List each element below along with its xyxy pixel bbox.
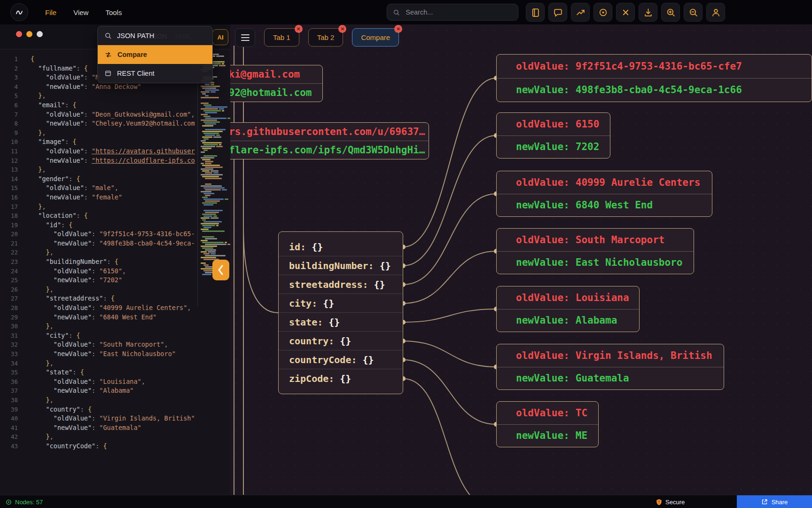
window-maximize-dot[interactable]	[37, 31, 43, 37]
key-value: {}	[340, 373, 351, 384]
code-line[interactable]: 16 "newValue": "female"	[0, 193, 195, 202]
code-line[interactable]: 38 },	[0, 396, 195, 405]
window-close-dot[interactable]	[16, 31, 22, 37]
node-country-values[interactable]: oldValue:Virgin Islands, British newValu…	[496, 344, 724, 390]
node-state-values[interactable]: oldValue:Louisiana newValue:Alabama	[496, 286, 640, 332]
code-line[interactable]: 23 "buildingNumber": {	[0, 257, 195, 267]
code-line[interactable]: 12 "newValue": "https://cloudflare-ipfs.…	[0, 156, 195, 166]
code-line[interactable]: 25 "newValue": "7202"	[0, 276, 195, 285]
minimap-divider	[197, 53, 198, 307]
code-line[interactable]: 30 },	[0, 322, 195, 331]
download-button[interactable]	[639, 3, 657, 22]
zoom-in-button[interactable]	[661, 3, 680, 22]
new-value: 498fe3b8-cba0-4c54-9eca-1c66	[576, 84, 742, 95]
code-line[interactable]: 22 },	[0, 248, 195, 257]
code-line[interactable]: 7 "oldValue": "Deon_Gutkowski@gmail.com"…	[0, 110, 195, 119]
tab-close-icon[interactable]	[394, 25, 402, 33]
node-city-values[interactable]: oldValue:South Marcoport newValue:East N…	[496, 228, 694, 274]
code-line[interactable]: 8 "newValue": "Chelsey.Veum92@hotmail.co…	[0, 119, 195, 128]
code-line[interactable]: 15 "oldValue": "male",	[0, 183, 195, 193]
tab-2[interactable]: Tab 2	[308, 28, 344, 47]
line-number: 1	[0, 55, 18, 64]
record-button[interactable]	[593, 3, 612, 22]
old-value-row: oldValue:Virgin Islands, British	[497, 344, 724, 367]
code-line[interactable]: 36 "oldValue": "Louisiana",	[0, 377, 195, 387]
code-line[interactable]: 11 "oldValue": "https://avatars.githubus…	[0, 147, 195, 156]
share-button[interactable]: Share	[737, 495, 812, 508]
document-tabs: Tab 1 Tab 2 Compare	[235, 28, 399, 47]
code-line[interactable]: 31 "city": {	[0, 331, 195, 341]
code-line[interactable]: 32 "oldValue": "South Marcoport",	[0, 340, 195, 349]
menu-tools[interactable]: Tools	[105, 8, 122, 16]
code-line[interactable]: 9 },	[0, 128, 195, 138]
node-email[interactable]: oldValue:Deon_Gutkowski@gmail.com newVal…	[230, 65, 323, 102]
zoom-in-icon	[666, 8, 676, 17]
window-minimize-dot[interactable]	[26, 31, 32, 37]
line-number: 37	[0, 386, 18, 396]
code-line[interactable]: 26 },	[0, 285, 195, 294]
code-line[interactable]: 28 "oldValue": "40999 Aurelie Centers",	[0, 303, 195, 313]
account-button[interactable]	[706, 3, 725, 22]
code-line[interactable]: 18 "location": {	[0, 211, 195, 221]
close-button[interactable]	[616, 3, 635, 22]
node-id-values[interactable]: oldValue:9f2f51c4-9753-4316-bc65-cfe7 ne…	[496, 54, 812, 102]
code-line[interactable]: 40 "oldValue": "Virgin Islands, British"…	[0, 414, 195, 423]
tab-close-icon[interactable]	[338, 25, 346, 33]
ai-assistant-button[interactable]: AI	[212, 29, 228, 45]
code-line[interactable]: 10 "image": {	[0, 137, 195, 147]
code-line[interactable]: 4 "newValue": "Anna Deckow"	[0, 82, 195, 92]
status-bar: Nodes: 57 Secure Share	[0, 495, 812, 508]
tab-compare[interactable]: Compare	[352, 28, 399, 47]
app-logo[interactable]	[10, 3, 28, 21]
code-line[interactable]: 20 "oldValue": "9f2f51c4-9753-4316-bc65-…	[0, 230, 195, 239]
code-line[interactable]: 35 "state": {	[0, 368, 195, 377]
code-line[interactable]: 27 "streetaddress": {	[0, 294, 195, 303]
search-input[interactable]	[405, 8, 512, 16]
code-line[interactable]: 24 "oldValue": "6150",	[0, 267, 195, 276]
line-number: 13	[0, 165, 18, 175]
node-image[interactable]: oldValue:https://avatars.githubuserconte…	[230, 122, 429, 159]
tab-label: Compare	[361, 33, 390, 41]
code-line[interactable]: 19 "id": {	[0, 221, 195, 230]
code-line[interactable]: 42 },	[0, 432, 195, 442]
collapse-panel-handle[interactable]	[212, 260, 229, 280]
window-controls	[16, 31, 43, 37]
code-line[interactable]: 33 "newValue": "East Nicholausboro"	[0, 349, 195, 359]
feedback-button[interactable]	[548, 3, 567, 22]
graph-canvas[interactable]: Tab 1 Tab 2 Compare oldValue:Deon_Gutkow…	[230, 24, 812, 495]
code-line[interactable]: 29 "newValue": "6840 West End"	[0, 313, 195, 322]
tab-1[interactable]: Tab 1	[264, 28, 299, 47]
new-value: 7202	[576, 141, 600, 152]
node-streetaddress-values[interactable]: oldValue:40999 Aurelie Centers newValue:…	[496, 171, 712, 217]
menu-item-rest-client[interactable]: REST Client	[98, 64, 212, 83]
editor-minimap[interactable]	[201, 54, 229, 276]
menu-item-compare[interactable]: Compare	[98, 45, 212, 64]
node-location-keys[interactable]: id:{} buildingNumber:{} streetaddress:{}…	[278, 231, 403, 394]
tab-close-icon[interactable]	[295, 25, 303, 33]
code-editor[interactable]: 1{2 "fullname": {3 "oldValue": "M4 "newV…	[0, 49, 195, 475]
code-line[interactable]: 43 "countryCode": {	[0, 442, 195, 451]
zoom-out-button[interactable]	[684, 3, 703, 22]
new-label: newValue:	[516, 315, 570, 326]
notebook-button[interactable]	[526, 3, 545, 22]
code-line[interactable]: 39 "country": {	[0, 405, 195, 414]
search-box[interactable]	[387, 4, 518, 21]
node-countryCode-values[interactable]: oldValue:TC newValue:ME	[496, 401, 599, 447]
menu-file[interactable]: File	[45, 8, 56, 16]
code-line[interactable]: 37 "newValue": "Alabama"	[0, 386, 195, 396]
menu-view[interactable]: View	[73, 8, 88, 16]
code-line[interactable]: 21 "newValue": "498fe3b8-cba0-4c54-9eca-…	[0, 239, 195, 248]
code-line[interactable]: 17 },	[0, 202, 195, 212]
node-buildingNumber-values[interactable]: oldValue:6150 newValue:7202	[496, 112, 610, 159]
tabs-menu-button[interactable]	[235, 28, 255, 47]
menu-item-json-path[interactable]: JSON PATH	[98, 26, 212, 45]
code-line[interactable]: 5 },	[0, 91, 195, 101]
code-line[interactable]: 34 },	[0, 359, 195, 368]
upgrade-button[interactable]	[571, 3, 590, 22]
code-line[interactable]: 14 "gender": {	[0, 175, 195, 184]
line-number: 25	[0, 276, 18, 285]
code-line[interactable]: 41 "newValue": "Guatemala"	[0, 423, 195, 433]
key-value: {}	[340, 335, 351, 347]
code-line[interactable]: 13 },	[0, 165, 195, 175]
code-line[interactable]: 6 "email": {	[0, 101, 195, 110]
